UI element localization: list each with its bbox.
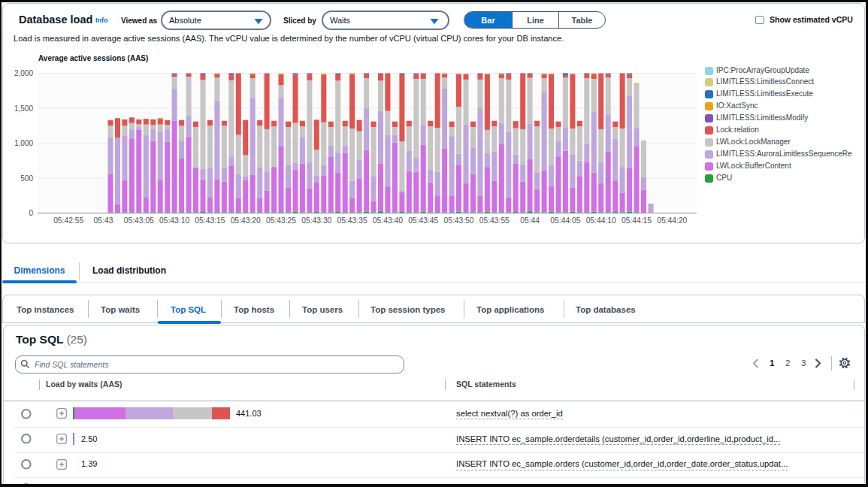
svg-text:500: 500 <box>20 174 33 183</box>
svg-text:05:42:55: 05:42:55 <box>53 216 83 225</box>
svg-text:05:43:55: 05:43:55 <box>479 216 510 225</box>
svg-text:05:43: 05:43 <box>94 216 113 225</box>
svg-text:05:44:10: 05:44:10 <box>586 216 616 225</box>
svg-text:2,000: 2,000 <box>14 69 33 77</box>
svg-text:05:43:45: 05:43:45 <box>408 216 438 225</box>
svg-text:05:44:15: 05:44:15 <box>622 216 652 225</box>
svg-text:1,000: 1,000 <box>14 139 33 147</box>
svg-text:05:43:40: 05:43:40 <box>373 216 403 225</box>
svg-text:05:43:20: 05:43:20 <box>231 216 261 225</box>
svg-text:05:44:20: 05:44:20 <box>657 216 687 225</box>
svg-text:05:43:10: 05:43:10 <box>159 216 189 225</box>
svg-text:05:44:05: 05:44:05 <box>550 216 580 225</box>
svg-text:05:43:25: 05:43:25 <box>266 216 296 225</box>
svg-text:05:43:05: 05:43:05 <box>124 216 154 225</box>
svg-text:05:43:30: 05:43:30 <box>301 216 331 225</box>
svg-text:1,500: 1,500 <box>14 104 33 113</box>
svg-text:05:43:50: 05:43:50 <box>443 216 473 225</box>
svg-text:05:43:35: 05:43:35 <box>337 216 367 225</box>
svg-text:0: 0 <box>29 209 33 217</box>
svg-text:05:43:15: 05:43:15 <box>195 216 225 225</box>
svg-text:05:44: 05:44 <box>520 216 540 225</box>
